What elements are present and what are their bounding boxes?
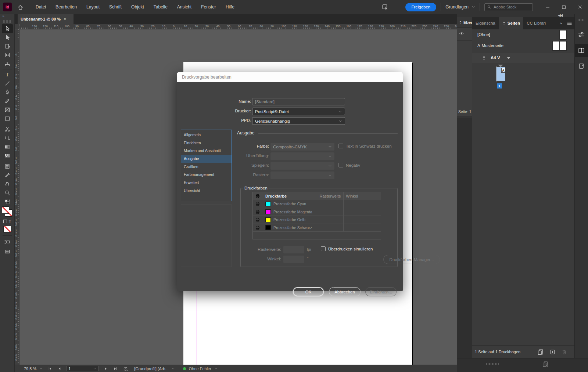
formatting-affects-container-icon[interactable] (3, 220, 7, 223)
scissors-tool[interactable] (2, 125, 13, 134)
tab-cc-librari[interactable]: CC Librari (523, 17, 549, 29)
menu-tabelle[interactable]: Tabelle (149, 0, 172, 14)
document-tab[interactable]: Unbenannt-1 @ 80 % × (18, 14, 74, 24)
pencil-tool[interactable] (2, 97, 13, 105)
gradient-swatch-tool[interactable] (2, 142, 13, 151)
gradient-feather-tool[interactable] (2, 151, 13, 160)
menu-schrift[interactable]: Schrift (104, 0, 126, 14)
zoom-level-value[interactable]: 79,5 % (24, 366, 36, 371)
color-dropdown[interactable]: Composite-CMYK (270, 143, 334, 151)
menu-ansicht[interactable]: Ansicht (172, 0, 196, 14)
previous-page-button[interactable] (57, 366, 62, 371)
menu-bearbeiten[interactable]: Bearbeiten (51, 0, 82, 14)
properties-panel-icon[interactable] (575, 28, 588, 41)
line-tool[interactable] (2, 79, 13, 88)
note-tool[interactable] (2, 162, 13, 171)
default-fill-stroke-icon[interactable] (4, 199, 11, 205)
tab-eigenscha[interactable]: Eigenscha (472, 17, 499, 29)
chevron-down-icon[interactable] (39, 367, 43, 370)
tab-seiten[interactable]: Seiten (499, 17, 524, 29)
apply-none-button[interactable] (3, 226, 11, 232)
caret-down-icon[interactable] (507, 57, 510, 59)
dock-grip[interactable] (486, 363, 499, 365)
window-maximize-button[interactable] (556, 0, 572, 14)
gap-tool[interactable] (2, 51, 13, 59)
simulate-overprint-checkbox[interactable] (321, 246, 326, 251)
preset-name-input[interactable]: [Standard] (252, 98, 345, 105)
panel-grip[interactable] (3, 20, 11, 23)
section-item--bersicht[interactable]: Übersicht (181, 187, 232, 195)
zoom-tool[interactable] (2, 188, 13, 197)
new-page-icon[interactable] (550, 349, 555, 355)
section-item-erweitert[interactable]: Erweitert (181, 179, 232, 187)
hand-tool[interactable] (2, 180, 13, 188)
page-tool[interactable] (2, 42, 13, 51)
more-tabs-icon[interactable]: ›› (560, 21, 561, 25)
chevron-down-icon[interactable] (214, 367, 218, 370)
pen-tool[interactable] (2, 88, 13, 97)
negative-checkbox[interactable] (338, 163, 343, 167)
section-item-grafiken[interactable]: Grafiken (181, 163, 232, 171)
ink-row[interactable]: Prozessfarbe Gelb (253, 216, 381, 224)
eyedropper-tool[interactable] (2, 171, 13, 180)
home-icon[interactable] (15, 4, 26, 10)
first-page-button[interactable] (48, 366, 52, 371)
menu-objekt[interactable]: Objekt (126, 0, 149, 14)
rectangle-tool[interactable] (2, 114, 13, 123)
cc-libraries-panel-icon[interactable] (575, 59, 588, 73)
master-row-a-musterseite[interactable]: A-Musterseite (472, 40, 574, 51)
page-size-row[interactable]: A4 V (472, 53, 574, 63)
vertical-ruler[interactable]: 01 02 03 04 05 06 07 08 09 01 0 01 1 01 … (15, 29, 19, 365)
next-page-button[interactable] (104, 366, 108, 371)
dock-grip[interactable] (578, 19, 585, 21)
selection-tool[interactable] (2, 24, 13, 33)
free-transform-tool[interactable] (2, 134, 13, 142)
menu-fenster[interactable]: Fenster (196, 0, 221, 14)
frame-tool[interactable] (2, 105, 13, 114)
workspace-switcher[interactable]: Grundlagen (445, 4, 475, 10)
expand-panel-icon[interactable]: » (0, 14, 14, 19)
menu-hilfe[interactable]: Hilfe (221, 0, 239, 14)
printer-dropdown[interactable]: PostScript®-Datei (252, 108, 345, 115)
pages-panel-icon[interactable] (575, 44, 588, 57)
ink-row[interactable]: Prozessfarbe Cyan (253, 200, 381, 208)
content-collector-tool[interactable] (2, 59, 13, 68)
chevron-down-icon[interactable] (172, 367, 175, 370)
master-row--ohne-[interactable]: [Ohne] (472, 29, 574, 40)
view-options-icon[interactable] (4, 239, 10, 245)
formatting-affects-text-icon[interactable]: T (9, 219, 11, 224)
section-item-marken-und-anschnitt[interactable]: Marken und Anschnitt (181, 147, 232, 155)
edit-page-size-icon[interactable] (537, 349, 544, 355)
preflight-profile[interactable]: [Grundprofil] (Arb... (134, 366, 169, 371)
menu-layout[interactable]: Layout (82, 0, 104, 14)
close-icon[interactable]: × (64, 17, 66, 22)
collapsed-panel-icon[interactable] (542, 361, 548, 367)
section-item-farbmanagement[interactable]: Farbmanagement (181, 171, 232, 179)
dialog-title-bar[interactable]: Druckvorgabe bearbeiten (177, 72, 403, 82)
page-number-field[interactable]: 1 (66, 366, 98, 371)
section-item-ausgabe[interactable]: Ausgabe (181, 155, 232, 163)
page-number-badge[interactable]: 1 (497, 83, 502, 89)
text-black-checkbox[interactable] (338, 144, 343, 148)
last-page-button[interactable] (113, 366, 118, 371)
screen-mode-icon[interactable] (4, 249, 10, 254)
section-item-allgemein[interactable]: Allgemein (181, 131, 232, 139)
panel-menu-icon[interactable] (567, 21, 572, 26)
tab-layers[interactable]: Eben (457, 17, 472, 28)
type-tool[interactable]: T (2, 70, 13, 79)
cancel-button[interactable]: Abbrechen (329, 287, 361, 296)
menu-datei[interactable]: Datei (31, 0, 51, 14)
window-minimize-button[interactable] (539, 0, 556, 14)
preflight-icon[interactable] (123, 366, 128, 371)
share-screen-icon[interactable] (380, 4, 390, 10)
ruler-origin[interactable] (15, 24, 19, 29)
window-close-button[interactable] (572, 0, 588, 14)
ok-button[interactable]: OK (293, 287, 324, 296)
eye-icon[interactable] (459, 31, 464, 36)
ppd-dropdown[interactable]: Geräteunabhängig (252, 117, 345, 125)
direct-selection-tool[interactable] (2, 33, 13, 42)
ink-row[interactable]: Prozessfarbe Magenta (253, 208, 381, 216)
section-item-einrichten[interactable]: Einrichten (181, 139, 232, 147)
ink-row[interactable]: Prozessfarbe Schwarz (253, 224, 381, 232)
adobe-stock-search-input[interactable]: Adobe Stock (484, 3, 533, 11)
